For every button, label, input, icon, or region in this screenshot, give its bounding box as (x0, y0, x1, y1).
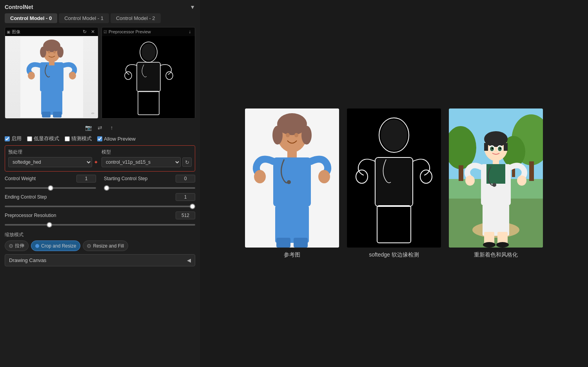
swap-button[interactable]: ⇄ (96, 124, 103, 131)
svg-point-6 (53, 51, 56, 53)
svg-rect-11 (41, 91, 62, 115)
svg-point-4 (57, 47, 64, 58)
input-image-box: ▣ 图像 ↻ ✕ (5, 27, 98, 119)
reference-image (245, 108, 339, 248)
scale-crop-label: Crop and Resize (41, 243, 76, 249)
preview-checkbox-icon: ☑ (103, 30, 107, 34)
scale-stretch-dot (9, 244, 13, 248)
right-panel: 参考图 (200, 0, 588, 367)
guess-mode-checkbox[interactable] (65, 136, 70, 141)
low-vram-checkbox-item: 低显存模式 (27, 135, 59, 142)
svg-point-69 (465, 175, 475, 186)
svg-point-33 (318, 170, 330, 183)
svg-rect-67 (486, 164, 505, 184)
svg-point-63 (492, 148, 493, 149)
scale-fill-label: Resize and Fill (93, 243, 124, 249)
scale-crop-dot (35, 244, 39, 248)
tab-control-model-1[interactable]: Control Model - 1 (59, 13, 109, 23)
scale-mode-section: 缩放模式 拉伸 Crop and Resize Resize and Fill (5, 231, 195, 251)
svg-rect-57 (484, 143, 488, 151)
anime-output-image (449, 108, 543, 248)
output-caption-2: softedge 软边缘检测 (369, 251, 419, 259)
svg-point-32 (254, 170, 266, 183)
upload-button[interactable]: ↑ (108, 124, 115, 131)
preprocessor-model-section: 预处理 softedge_hed ✦ 模型 control_v11p_sd15_… (5, 145, 195, 172)
preprocessor-dropdown[interactable]: softedge_hed (8, 157, 92, 167)
control-weight-slider[interactable] (5, 187, 96, 189)
svg-rect-48 (459, 165, 463, 181)
scale-stretch-option[interactable]: 拉伸 (5, 240, 29, 251)
panel-header: ControlNet ▼ (5, 4, 195, 10)
svg-point-27 (286, 133, 290, 137)
starting-step-slider[interactable] (104, 187, 195, 189)
close-image-button[interactable]: ✕ (89, 28, 96, 35)
preprocessor-dropdown-row: softedge_hed ✦ (8, 157, 98, 167)
output-caption-1: 参考图 (284, 251, 300, 259)
preprocessor-model-row: 预处理 softedge_hed ✦ 模型 control_v11p_sd15_… (8, 149, 192, 167)
scale-crop-resize-option[interactable]: Crop and Resize (31, 240, 80, 251)
model-dropdown-row: control_v11p_sd15_s ↻ (102, 157, 192, 167)
output-image-2: softedge 软边缘检测 (347, 108, 441, 259)
scale-resize-fill-option[interactable]: Resize and Fill (83, 240, 128, 251)
tab-control-model-0[interactable]: Control Model - 0 (5, 13, 57, 23)
svg-rect-8 (49, 61, 54, 65)
drawing-canvas-label: Drawing Canvas (9, 257, 46, 263)
tab-bar: Control Model - 0 Control Model - 1 Cont… (5, 13, 195, 23)
image-row: ▣ 图像 ↻ ✕ (5, 27, 195, 119)
anime-image (449, 108, 543, 248)
preprocessor-res-slider-container: Preprocessor Resolution 512 (5, 212, 195, 227)
guess-mode-label: 猜测模式 (71, 135, 92, 142)
allow-preview-label: Allow Preview (104, 136, 136, 142)
svg-rect-35 (276, 238, 290, 248)
edge-output-image (347, 108, 441, 248)
tab-control-model-2[interactable]: Control Model - 2 (111, 13, 161, 23)
preprocessor-col: 预处理 softedge_hed ✦ (8, 149, 98, 167)
starting-step-label: Starting Control Step (104, 176, 147, 181)
svg-point-28 (294, 133, 298, 137)
svg-rect-65 (493, 159, 499, 165)
low-vram-checkbox[interactable] (27, 136, 32, 141)
svg-point-25 (272, 126, 283, 145)
model-dropdown[interactable]: control_v11p_sd15_s (102, 157, 181, 167)
camera-button[interactable]: 📷 (85, 124, 92, 131)
ending-step-value: 1 (176, 193, 195, 201)
svg-point-3 (40, 47, 46, 58)
starting-step-header: Starting Control Step 0 (104, 175, 195, 183)
output-caption-3: 重新着色和风格化 (474, 251, 518, 259)
enable-checkbox[interactable] (5, 136, 10, 141)
nurse-input-image (5, 36, 98, 118)
star-button[interactable]: ✦ (94, 159, 98, 165)
control-weight-header: Control Weight 1 (5, 175, 96, 183)
image-extra-button[interactable]: ✏ (89, 110, 96, 117)
weight-start-sliders: Control Weight 1 Starting Control Step 0 (5, 175, 195, 190)
preprocessor-col-label: 预处理 (8, 149, 98, 155)
svg-point-10 (69, 72, 76, 80)
download-preview-button[interactable]: ↓ (186, 28, 193, 35)
svg-rect-7 (40, 62, 64, 92)
starting-step-slider-container: Starting Control Step 0 (104, 175, 195, 190)
svg-rect-50 (529, 161, 534, 181)
allow-preview-checkbox[interactable] (97, 136, 102, 141)
drawing-canvas-arrow: ◀ (187, 257, 191, 263)
svg-rect-58 (504, 143, 508, 151)
svg-rect-30 (273, 157, 311, 206)
panel-collapse-button[interactable]: ▼ (190, 4, 195, 10)
svg-rect-18 (137, 63, 160, 91)
control-weight-label: Control Weight (5, 176, 36, 181)
scale-mode-label: 缩放模式 (5, 231, 195, 238)
low-vram-label: 低显存模式 (34, 135, 59, 142)
refresh-image-button[interactable]: ↻ (81, 28, 88, 35)
svg-rect-12 (42, 112, 51, 118)
control-weight-value: 1 (76, 175, 96, 183)
scale-mode-radio-group: 拉伸 Crop and Resize Resize and Fill (5, 240, 195, 251)
preprocessor-res-value: 512 (176, 212, 195, 219)
preprocessor-res-slider[interactable] (5, 224, 195, 226)
action-row: 📷 ⇄ ↑ (5, 122, 195, 134)
svg-rect-71 (483, 204, 509, 236)
svg-rect-34 (275, 206, 309, 243)
drawing-canvas-row[interactable]: Drawing Canvas ◀ (5, 254, 195, 266)
edge-detection-image (347, 108, 441, 248)
refresh-model-button[interactable]: ↻ (182, 157, 192, 167)
svg-point-74 (483, 242, 495, 248)
ending-step-slider[interactable] (5, 206, 195, 207)
